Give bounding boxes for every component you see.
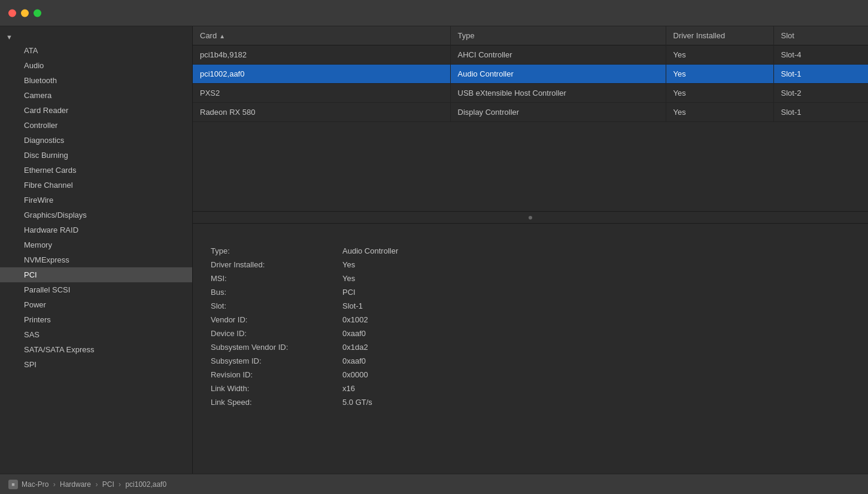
statusbar: ■ Mac-Pro › Hardware › PCI › pci1002,aaf… bbox=[0, 474, 868, 494]
breadcrumb-item: PCI bbox=[102, 480, 114, 489]
sidebar-item-sas[interactable]: SAS bbox=[0, 327, 192, 342]
cell-slot: Slot-1 bbox=[773, 65, 868, 84]
sidebar-item-hardware-raid[interactable]: Hardware RAID bbox=[0, 222, 192, 237]
detail-label: MSI: bbox=[211, 274, 342, 283]
cell-type: Display Controller bbox=[450, 103, 666, 122]
cell-type: Audio Controller bbox=[450, 65, 666, 84]
sidebar-item-printers[interactable]: Printers bbox=[0, 312, 192, 327]
sidebar-item-power[interactable]: Power bbox=[0, 297, 192, 312]
col-header-driver[interactable]: Driver Installed bbox=[666, 26, 773, 45]
minimize-button[interactable] bbox=[21, 9, 29, 17]
scroll-dot bbox=[529, 216, 532, 219]
detail-label: Link Width: bbox=[211, 384, 342, 393]
sidebar-section-hardware[interactable]: ▼ bbox=[0, 31, 192, 43]
sidebar-item-camera[interactable]: Camera bbox=[0, 88, 192, 103]
cell-driver: Yes bbox=[666, 103, 773, 122]
cell-driver: Yes bbox=[666, 84, 773, 103]
main-layout: ▼ ATAAudioBluetoothCameraCard ReaderCont… bbox=[0, 26, 868, 474]
cell-card: Radeon RX 580 bbox=[193, 103, 450, 122]
table-section[interactable]: Card▲TypeDriver InstalledSlot pci1b4b,91… bbox=[193, 26, 868, 212]
col-header-card[interactable]: Card▲ bbox=[193, 26, 450, 45]
sidebar[interactable]: ▼ ATAAudioBluetoothCameraCard ReaderCont… bbox=[0, 26, 193, 474]
titlebar bbox=[0, 0, 868, 26]
scroll-indicator bbox=[193, 212, 868, 224]
detail-value: 5.0 GT/s bbox=[342, 398, 850, 407]
table-header: Card▲TypeDriver InstalledSlot bbox=[193, 26, 868, 45]
detail-label: Type: bbox=[211, 246, 342, 255]
detail-value: x16 bbox=[342, 384, 850, 393]
pci-table: Card▲TypeDriver InstalledSlot pci1b4b,91… bbox=[193, 26, 868, 122]
detail-value: 0x0000 bbox=[342, 370, 850, 379]
table-row[interactable]: pci1002,aaf0Audio ControllerYesSlot-1 bbox=[193, 65, 868, 84]
table-body: pci1b4b,9182AHCI ControllerYesSlot-4pci1… bbox=[193, 45, 868, 122]
detail-label: Revision ID: bbox=[211, 370, 342, 379]
close-button[interactable] bbox=[8, 9, 16, 17]
sidebar-item-disc-burning[interactable]: Disc Burning bbox=[0, 148, 192, 163]
detail-label: Vendor ID: bbox=[211, 315, 342, 324]
cell-type: AHCI Controller bbox=[450, 45, 666, 65]
window-buttons bbox=[8, 9, 41, 17]
breadcrumb-sep: › bbox=[93, 480, 100, 489]
breadcrumb-sep: › bbox=[117, 480, 123, 489]
sidebar-item-audio[interactable]: Audio bbox=[0, 58, 192, 73]
content-area: Card▲TypeDriver InstalledSlot pci1b4b,91… bbox=[193, 26, 868, 474]
detail-label: Subsystem ID: bbox=[211, 356, 342, 365]
detail-label: Driver Installed: bbox=[211, 260, 342, 269]
sidebar-item-memory[interactable]: Memory bbox=[0, 237, 192, 252]
breadcrumb-item: Mac-Pro bbox=[22, 480, 48, 489]
col-header-slot[interactable]: Slot bbox=[773, 26, 868, 45]
detail-label: Link Speed: bbox=[211, 398, 342, 407]
detail-value: 0xaaf0 bbox=[342, 356, 850, 365]
cell-slot: Slot-1 bbox=[773, 103, 868, 122]
breadcrumb-sep: › bbox=[51, 480, 57, 489]
table-row[interactable]: PXS2USB eXtensible Host ControllerYesSlo… bbox=[193, 84, 868, 103]
sidebar-item-bluetooth[interactable]: Bluetooth bbox=[0, 73, 192, 88]
chevron-down-icon: ▼ bbox=[6, 33, 13, 41]
sidebar-item-pci[interactable]: PCI bbox=[0, 267, 192, 282]
sidebar-item-sata-express[interactable]: SATA/SATA Express bbox=[0, 342, 192, 357]
table-row[interactable]: Radeon RX 580Display ControllerYesSlot-1 bbox=[193, 103, 868, 122]
sidebar-item-graphics-displays[interactable]: Graphics/Displays bbox=[0, 208, 192, 222]
cell-slot: Slot-2 bbox=[773, 84, 868, 103]
breadcrumb: Mac-Pro › Hardware › PCI › pci1002,aaf0 bbox=[22, 480, 166, 489]
sidebar-item-diagnostics[interactable]: Diagnostics bbox=[0, 133, 192, 148]
sidebar-item-nvmexpress[interactable]: NVMExpress bbox=[0, 252, 192, 267]
detail-value: Yes bbox=[342, 260, 850, 269]
table-row[interactable]: pci1b4b,9182AHCI ControllerYesSlot-4 bbox=[193, 45, 868, 65]
cell-card: pci1002,aaf0 bbox=[193, 65, 450, 84]
sidebar-item-card-reader[interactable]: Card Reader bbox=[0, 103, 192, 118]
sidebar-item-spi[interactable]: SPI bbox=[0, 357, 192, 372]
sidebar-item-parallel-scsi[interactable]: Parallel SCSI bbox=[0, 282, 192, 297]
cell-card: pci1b4b,9182 bbox=[193, 45, 450, 65]
cell-driver: Yes bbox=[666, 65, 773, 84]
detail-value: Slot-1 bbox=[342, 301, 850, 310]
detail-section: Type:Audio ControllerDriver Installed:Ye… bbox=[193, 224, 868, 474]
sidebar-item-controller[interactable]: Controller bbox=[0, 118, 192, 133]
detail-grid: Type:Audio ControllerDriver Installed:Ye… bbox=[211, 246, 850, 407]
detail-label: Device ID: bbox=[211, 329, 342, 338]
cell-type: USB eXtensible Host Controller bbox=[450, 84, 666, 103]
sort-asc-icon: ▲ bbox=[219, 33, 225, 39]
cell-driver: Yes bbox=[666, 45, 773, 65]
cell-card: PXS2 bbox=[193, 84, 450, 103]
detail-label: Slot: bbox=[211, 301, 342, 310]
sidebar-item-ethernet-cards[interactable]: Ethernet Cards bbox=[0, 163, 192, 178]
sidebar-item-firewire[interactable]: FireWire bbox=[0, 193, 192, 208]
mac-pro-icon: ■ bbox=[8, 480, 18, 489]
sidebar-items: ATAAudioBluetoothCameraCard ReaderContro… bbox=[0, 43, 192, 372]
detail-label: Subsystem Vendor ID: bbox=[211, 343, 342, 352]
detail-value: 0xaaf0 bbox=[342, 329, 850, 338]
breadcrumb-item: Hardware bbox=[60, 480, 91, 489]
detail-value: Yes bbox=[342, 274, 850, 283]
cell-slot: Slot-4 bbox=[773, 45, 868, 65]
detail-label: Bus: bbox=[211, 288, 342, 297]
detail-value: Audio Controller bbox=[342, 246, 850, 255]
maximize-button[interactable] bbox=[34, 9, 41, 17]
detail-value: PCI bbox=[342, 288, 850, 297]
detail-value: 0x1da2 bbox=[342, 343, 850, 352]
detail-value: 0x1002 bbox=[342, 315, 850, 324]
sidebar-item-fibre-channel[interactable]: Fibre Channel bbox=[0, 178, 192, 193]
sidebar-item-ata[interactable]: ATA bbox=[0, 43, 192, 58]
col-header-type[interactable]: Type bbox=[450, 26, 666, 45]
breadcrumb-item: pci1002,aaf0 bbox=[125, 480, 166, 489]
